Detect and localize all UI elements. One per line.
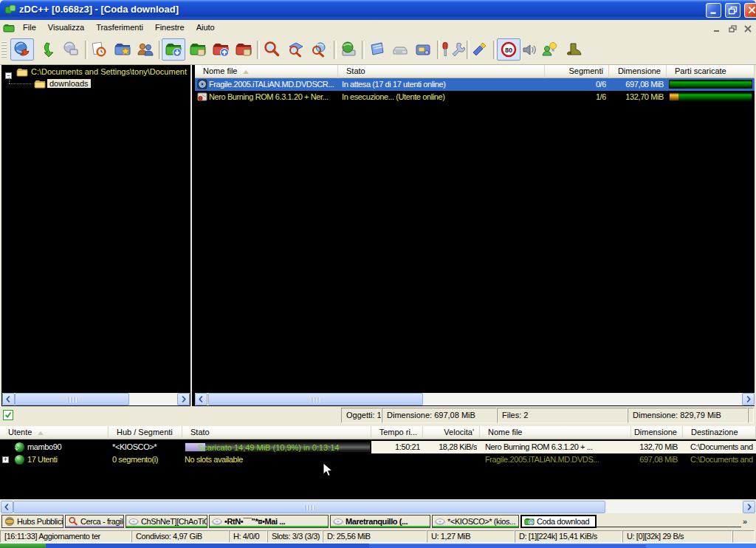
toolbar-open-filelist-button[interactable] — [411, 38, 434, 61]
tab-1[interactable]: Cerca - fragile — [65, 515, 124, 528]
queue-col-0[interactable]: Nome file — [195, 65, 338, 78]
queue-col-3[interactable]: Dimensione — [609, 65, 667, 78]
toolbar-adl-search-button[interactable] — [284, 38, 307, 61]
toolbar: 80 — [0, 36, 756, 65]
toolbar-search-spy-button[interactable] — [307, 38, 330, 61]
favorite-hubs-icon — [90, 41, 108, 58]
toolbar-separator — [493, 41, 496, 59]
toolbar-own-filelist-button[interactable] — [337, 38, 360, 61]
search-icon — [263, 41, 281, 58]
toolbar-notepad-button[interactable] — [365, 38, 388, 61]
statusbar-cell-1: Condiviso: 4,97 GiB — [131, 530, 229, 543]
transfers-col-6[interactable]: Dimensione — [631, 426, 683, 439]
toolbar-refresh-share-button[interactable] — [467, 38, 490, 61]
close-button[interactable] — [744, 3, 756, 18]
queue-cell: 0/6 — [545, 78, 606, 91]
toolbar-finished-uploads-button[interactable] — [232, 38, 255, 61]
window-title: zDC++ [0.668z3] - [Coda download] — [19, 4, 179, 15]
queue-cell: 697,08 MiB — [609, 78, 664, 91]
transfers-col-3[interactable]: Tempo ri... — [371, 426, 423, 439]
tab-5[interactable]: *<KIOSCO>* (kios... — [432, 515, 519, 528]
toolbar-download-queue-button[interactable] — [162, 38, 185, 61]
toolbar-users-button[interactable] — [134, 38, 157, 61]
menu-trasferimenti[interactable]: Trasferimenti — [90, 20, 149, 35]
restore-button[interactable] — [725, 3, 740, 18]
toolbar-kick-boot-button[interactable] — [561, 38, 588, 61]
transfers-col-7[interactable]: Destinazione — [683, 426, 756, 439]
toolbar-search-button[interactable] — [260, 38, 283, 61]
download-queue-list[interactable]: Nome fileStatoSegmentiDimensioneParti sc… — [195, 65, 755, 406]
own-filelist-icon — [340, 41, 357, 58]
tab-overflow-chevron[interactable]: » — [743, 517, 747, 526]
checkbox-checked[interactable] — [3, 410, 13, 420]
transfer-cell: Nero Burning ROM 6.3.1.20 + ... — [485, 441, 629, 453]
minimize-button[interactable] — [706, 3, 721, 18]
toolbar-separator — [334, 41, 337, 59]
folder-tree[interactable]: − C:\Documents and Settings\tony\Documen… — [1, 65, 190, 406]
finished-downloads-icon — [189, 41, 207, 58]
transfers-list[interactable]: UtenteHub / SegmentiStatoTempo ri...Velo… — [0, 426, 756, 499]
tab-label: *<KIOSCO>* (kios... — [447, 517, 515, 526]
queue-col-1[interactable]: Stato — [338, 65, 545, 78]
download-queue-icon — [165, 41, 182, 58]
menu-file[interactable]: File — [17, 20, 42, 35]
mdi-close-button[interactable] — [742, 24, 754, 34]
settings-icon — [450, 41, 468, 58]
queue-cell: 132,70 MiB — [609, 91, 664, 103]
sound-icon — [520, 41, 538, 58]
tab-0[interactable]: Hubs Pubblici — [1, 515, 63, 528]
toolbar-finished-downloads-button[interactable] — [186, 38, 209, 61]
tree-root-label[interactable]: C:\Documents and Settings\tony\Document — [31, 67, 187, 76]
toolbar-speed-limiter-button[interactable]: 80 — [497, 38, 520, 61]
toolbar-public-hubs-button[interactable] — [10, 38, 34, 61]
toolbar-waiting-users-button[interactable] — [210, 38, 232, 61]
tab-active-6[interactable]: Coda download — [520, 515, 597, 528]
transfers-hscrollbar[interactable] — [0, 501, 756, 513]
tree-hscrollbar[interactable] — [2, 393, 190, 405]
toolbar-sound-button[interactable] — [519, 38, 540, 61]
queue-hscrollbar[interactable] — [195, 393, 755, 405]
tab-3[interactable]: •RtN•¯¯"*¤•Mai ... — [209, 515, 329, 528]
transfers-col-2[interactable]: Stato — [182, 426, 371, 439]
transfer-row[interactable]: +17 Utenti0 segmento(i)No slots availabl… — [0, 453, 756, 466]
sort-ascending-icon — [38, 431, 44, 435]
transfers-col-5[interactable]: Nome file — [480, 426, 631, 439]
speed-limiter-icon: 80 — [500, 41, 518, 58]
tree-child-label[interactable]: downloads — [47, 79, 91, 88]
row-expander[interactable]: + — [2, 456, 9, 463]
transfer-cell: 18,28 KiB/s — [423, 441, 477, 453]
mdi-restore-button[interactable] — [727, 24, 739, 34]
windows-taskbar[interactable] — [0, 544, 756, 548]
transfers-col-1[interactable]: Hub / Segmenti — [109, 426, 182, 439]
tab-2[interactable]: ChShNeT][ChAoTiC... — [126, 515, 207, 528]
toolbar-follow-redirect-button[interactable] — [60, 38, 82, 61]
toolbar-gripper[interactable] — [1, 41, 7, 59]
toolbar-separator — [85, 41, 88, 59]
toolbar-screwdriver-button[interactable] — [439, 38, 451, 61]
toolbar-favorite-users-button[interactable] — [111, 38, 134, 61]
toolbar-settings-button[interactable] — [451, 38, 467, 61]
hub-disc-icon — [435, 516, 445, 527]
title-bar[interactable]: zDC++ [0.668z3] - [Coda download] — [0, 0, 756, 20]
toolbar-favorite-hubs-button[interactable] — [87, 38, 110, 61]
tab-strip-baseline — [597, 527, 741, 527]
transfer-cell: mambo90 — [27, 441, 107, 453]
transfer-row[interactable]: mambo90*<KIOSCO>*Scaricato 14,49 MiB (10… — [0, 441, 756, 453]
mdi-minimize-button[interactable] — [711, 24, 723, 34]
menu-aiuto[interactable]: Aiuto — [190, 20, 221, 35]
queue-row[interactable]: Nero Burning ROM 6.3.1.20 + Ner...In ese… — [195, 91, 755, 103]
queue-col-2[interactable]: Segmenti — [545, 65, 609, 78]
menu-finestre[interactable]: Finestre — [149, 20, 190, 35]
toolbar-away-mode-button[interactable] — [538, 38, 560, 61]
tab-4[interactable]: Maretranquillo (... — [330, 515, 430, 528]
toolbar-cd-drive-button[interactable] — [388, 38, 411, 61]
queue-col-4[interactable]: Parti scaricate — [667, 65, 755, 78]
start-button[interactable] — [0, 544, 46, 548]
transfer-cell: No slots available — [185, 453, 369, 466]
queue-row[interactable]: Fragile.2005.iTALiAN.MD.DVDSCR...In atte… — [195, 78, 755, 91]
transfer-cell: 697,08 MiB — [631, 453, 678, 466]
menu-visualizza[interactable]: Visualizza — [42, 20, 90, 35]
toolbar-reconnect-button[interactable] — [38, 38, 60, 61]
transfers-col-0[interactable]: Utente — [0, 426, 109, 439]
transfers-col-4[interactable]: Velocita' — [423, 426, 480, 439]
